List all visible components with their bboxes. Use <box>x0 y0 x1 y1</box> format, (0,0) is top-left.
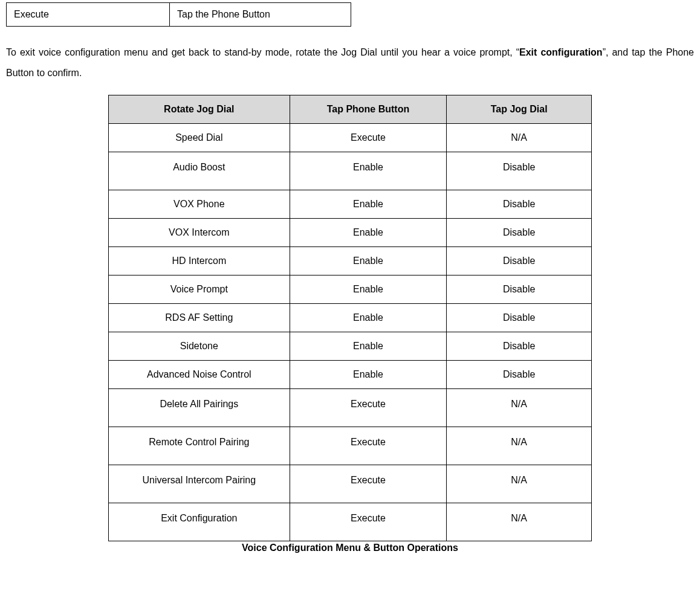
table-cell: N/A <box>447 124 592 152</box>
table-cell: Disable <box>447 152 592 190</box>
table-row: RDS AF SettingEnableDisable <box>109 304 592 332</box>
table-cell: VOX Intercom <box>109 219 290 247</box>
table-row: HD IntercomEnableDisable <box>109 247 592 275</box>
table-cell: N/A <box>447 389 592 427</box>
table-cell: Execute <box>290 124 447 152</box>
table-header-row: Rotate Jog Dial Tap Phone Button Tap Jog… <box>109 95 592 124</box>
table-row: Remote Control PairingExecuteN/A <box>109 427 592 465</box>
table-cell: VOX Phone <box>109 190 290 219</box>
top-table-cell-left: Execute <box>7 3 170 27</box>
table-cell: Audio Boost <box>109 152 290 190</box>
table-cell: Enable <box>290 304 447 332</box>
table-cell: Execute <box>290 465 447 503</box>
table-cell: Remote Control Pairing <box>109 427 290 465</box>
voice-config-table: Rotate Jog Dial Tap Phone Button Tap Jog… <box>108 95 592 541</box>
table-cell: Enable <box>290 275 447 304</box>
table-cell: Speed Dial <box>109 124 290 152</box>
table-cell: Delete All Pairings <box>109 389 290 427</box>
main-table-container: Rotate Jog Dial Tap Phone Button Tap Jog… <box>6 95 694 553</box>
header-tap-jog-dial: Tap Jog Dial <box>447 95 592 124</box>
table-row: Exit ConfigurationExecuteN/A <box>109 503 592 541</box>
table-caption: Voice Configuration Menu & Button Operat… <box>108 543 592 553</box>
table-cell: HD Intercom <box>109 247 290 275</box>
header-tap-phone-button: Tap Phone Button <box>290 95 447 124</box>
table-cell: Disable <box>447 247 592 275</box>
table-row: Advanced Noise ControlEnableDisable <box>109 361 592 389</box>
paragraph-bold: Exit configuration <box>519 47 603 57</box>
table-cell: RDS AF Setting <box>109 304 290 332</box>
table-row: VOX IntercomEnableDisable <box>109 219 592 247</box>
table-cell: Disable <box>447 304 592 332</box>
table-cell: Exit Configuration <box>109 503 290 541</box>
table-row: Universal Intercom PairingExecuteN/A <box>109 465 592 503</box>
table-cell: Disable <box>447 332 592 361</box>
table-cell: Enable <box>290 219 447 247</box>
table-cell: Execute <box>290 389 447 427</box>
table-row: Audio BoostEnableDisable <box>109 152 592 190</box>
table-cell: N/A <box>447 465 592 503</box>
table-cell: Advanced Noise Control <box>109 361 290 389</box>
table-cell: Enable <box>290 332 447 361</box>
table-row: Execute Tap the Phone Button <box>7 3 351 27</box>
table-cell: Voice Prompt <box>109 275 290 304</box>
table-cell: Enable <box>290 247 447 275</box>
table-cell: N/A <box>447 427 592 465</box>
table-cell: N/A <box>447 503 592 541</box>
table-cell: Execute <box>290 427 447 465</box>
table-cell: Disable <box>447 275 592 304</box>
table-cell: Disable <box>447 219 592 247</box>
table-cell: Universal Intercom Pairing <box>109 465 290 503</box>
top-table-cell-right: Tap the Phone Button <box>170 3 351 27</box>
table-cell: Execute <box>290 503 447 541</box>
table-row: SidetoneEnableDisable <box>109 332 592 361</box>
instruction-paragraph: To exit voice configuration menu and get… <box>6 42 694 83</box>
header-rotate-jog-dial: Rotate Jog Dial <box>109 95 290 124</box>
table-cell: Disable <box>447 190 592 219</box>
table-cell: Disable <box>447 361 592 389</box>
table-row: VOX PhoneEnableDisable <box>109 190 592 219</box>
table-cell: Sidetone <box>109 332 290 361</box>
paragraph-text-1: To exit voice configuration menu and get… <box>6 47 519 57</box>
table-cell: Enable <box>290 190 447 219</box>
table-cell: Enable <box>290 152 447 190</box>
table-row: Speed DialExecuteN/A <box>109 124 592 152</box>
top-small-table: Execute Tap the Phone Button <box>6 2 351 27</box>
table-row: Delete All PairingsExecuteN/A <box>109 389 592 427</box>
table-row: Voice PromptEnableDisable <box>109 275 592 304</box>
table-cell: Enable <box>290 361 447 389</box>
